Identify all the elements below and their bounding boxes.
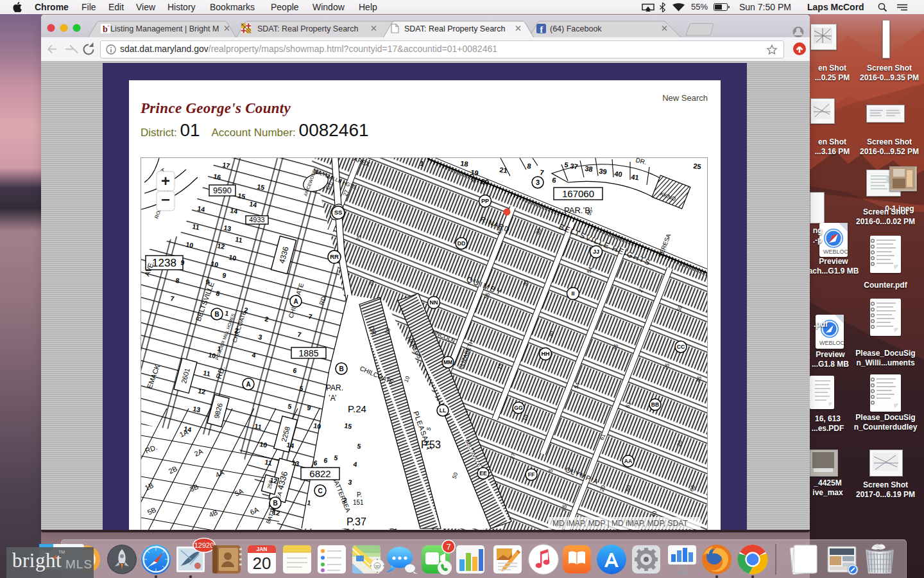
svg-text:13: 13 xyxy=(193,405,201,414)
svg-text:37: 37 xyxy=(570,162,579,171)
svg-text:167060: 167060 xyxy=(562,188,594,199)
svg-text:WEBLOC: WEBLOC xyxy=(819,340,844,346)
svg-text:P.: P. xyxy=(357,491,362,498)
svg-text:RR: RR xyxy=(330,253,339,260)
svg-text:21: 21 xyxy=(499,166,508,175)
svg-text:20: 20 xyxy=(253,554,271,573)
svg-text:10: 10 xyxy=(185,240,194,249)
svg-text:10: 10 xyxy=(208,351,217,360)
svg-text:B: B xyxy=(339,365,343,372)
svg-text:BB: BB xyxy=(651,401,659,408)
svg-text:40: 40 xyxy=(614,170,623,179)
svg-text:A: A xyxy=(293,298,298,305)
svg-text:10: 10 xyxy=(259,440,268,449)
svg-text:1238: 1238 xyxy=(152,257,176,269)
svg-text:JAN: JAN xyxy=(256,546,267,552)
svg-text:38: 38 xyxy=(585,164,594,173)
svg-text:B: B xyxy=(273,500,277,507)
svg-text:9590: 9590 xyxy=(213,186,232,195)
svg-text:39: 39 xyxy=(599,167,608,176)
svg-text:17: 17 xyxy=(222,161,231,170)
svg-text:AA: AA xyxy=(624,458,632,464)
svg-text:15: 15 xyxy=(344,421,353,430)
svg-text:’A’: ’A’ xyxy=(329,394,336,403)
svg-text:JJ: JJ xyxy=(593,249,599,255)
svg-text:+: + xyxy=(161,172,170,189)
svg-text:14: 14 xyxy=(197,204,206,213)
svg-text:11: 11 xyxy=(192,222,200,231)
svg-text:(64) Facebook: (64) Facebook xyxy=(550,24,602,33)
svg-text:11: 11 xyxy=(254,422,262,431)
svg-text:15: 15 xyxy=(257,182,266,191)
svg-text:GG: GG xyxy=(514,405,523,411)
svg-text:41: 41 xyxy=(631,173,640,182)
svg-text:13: 13 xyxy=(291,459,300,468)
svg-text:NN: NN xyxy=(429,299,438,306)
svg-text:12: 12 xyxy=(217,241,226,250)
svg-text:P.37: P.37 xyxy=(346,516,366,527)
svg-text:f: f xyxy=(540,25,543,35)
svg-text:LL: LL xyxy=(440,407,446,414)
svg-text:3: 3 xyxy=(536,179,540,186)
svg-text:CC: CC xyxy=(677,344,685,350)
svg-text:15: 15 xyxy=(237,191,246,200)
svg-text:Listing Management | Bright M: Listing Management | Bright M xyxy=(110,24,219,33)
svg-text:151: 151 xyxy=(353,499,364,506)
svg-text:19: 19 xyxy=(470,168,479,177)
svg-text:SS: SS xyxy=(334,209,343,216)
svg-text:II: II xyxy=(571,290,574,297)
svg-text:P.53: P.53 xyxy=(421,439,441,450)
svg-text:MM: MM xyxy=(443,359,452,365)
svg-text:EE: EE xyxy=(479,470,487,477)
svg-text:HH: HH xyxy=(541,351,549,357)
svg-text:FF: FF xyxy=(528,471,535,478)
svg-text:MD iMAP, MDP | MD iMAP, MDP, S: MD iMAP, MDP | MD iMAP, MDP, SDAT xyxy=(552,519,688,528)
svg-text:SDAT: Real Property Search: SDAT: Real Property Search xyxy=(404,24,506,33)
svg-text:14: 14 xyxy=(184,425,193,434)
svg-text:1885: 1885 xyxy=(298,348,318,358)
svg-text:DD: DD xyxy=(458,240,465,247)
svg-text:SDAT: Real Property Search: SDAT: Real Property Search xyxy=(257,24,359,33)
svg-text:16: 16 xyxy=(213,172,222,181)
svg-text:WEBLOC: WEBLOC xyxy=(823,249,848,255)
svg-text:11: 11 xyxy=(235,235,243,244)
svg-text:13: 13 xyxy=(223,223,232,232)
svg-text:11: 11 xyxy=(203,369,211,378)
svg-text:4933: 4933 xyxy=(249,216,264,223)
svg-text:10: 10 xyxy=(228,253,237,262)
svg-text:12: 12 xyxy=(198,387,207,396)
svg-text:12: 12 xyxy=(272,508,281,517)
svg-text:B: B xyxy=(214,311,219,318)
svg-text:11: 11 xyxy=(264,458,273,467)
svg-text:25: 25 xyxy=(693,162,702,171)
svg-text:7: 7 xyxy=(446,542,450,552)
svg-text:14: 14 xyxy=(286,441,295,450)
svg-text:C: C xyxy=(318,487,322,495)
svg-text:6822: 6822 xyxy=(309,468,330,479)
svg-text:14: 14 xyxy=(249,200,258,209)
svg-text:3D: 3D xyxy=(375,565,380,568)
svg-text:12: 12 xyxy=(270,476,278,485)
svg-text:14: 14 xyxy=(230,206,239,215)
svg-text:18: 18 xyxy=(460,159,469,168)
svg-text:10: 10 xyxy=(313,421,322,430)
svg-text:PP: PP xyxy=(481,198,489,204)
svg-text:A: A xyxy=(246,381,250,388)
svg-text:12920: 12920 xyxy=(194,541,214,549)
svg-text:PAR.: PAR. xyxy=(326,383,343,392)
svg-text:20: 20 xyxy=(481,177,490,186)
svg-text:−: − xyxy=(161,191,170,208)
svg-text:10: 10 xyxy=(210,259,219,268)
svg-text:P.24: P.24 xyxy=(348,403,366,414)
svg-text:+: + xyxy=(107,24,110,28)
